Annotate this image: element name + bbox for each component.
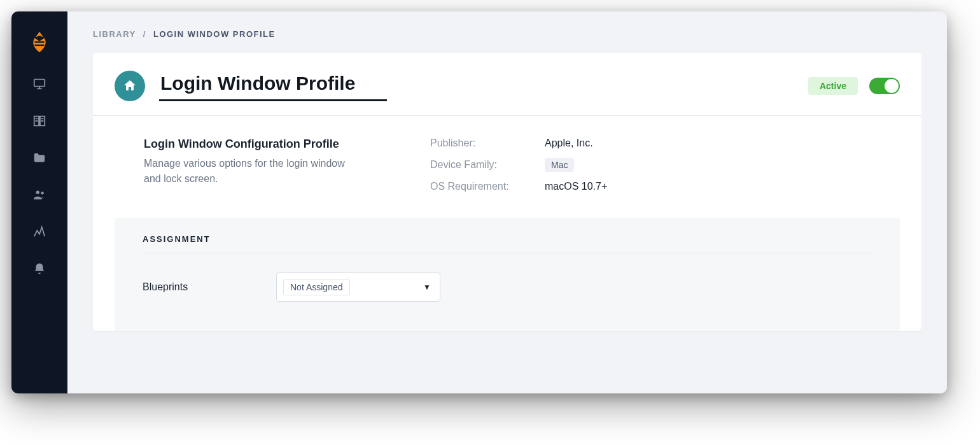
toggle-knob <box>885 79 899 93</box>
svg-rect-0 <box>34 80 45 87</box>
description-column: Login Window Configuration Profile Manag… <box>144 138 411 192</box>
breadcrumb-library[interactable]: LIBRARY <box>93 29 136 39</box>
bell-icon[interactable] <box>32 261 47 276</box>
sidebar <box>11 11 67 393</box>
breadcrumb: LIBRARY / LOGIN WINDOW PROFILE <box>93 29 921 39</box>
svg-point-3 <box>36 191 40 195</box>
assignment-section: ASSIGNMENT Blueprints Not Assigned ▼ <box>115 218 900 331</box>
home-icon <box>115 71 145 101</box>
card-header: Login Window Profile Active <box>93 53 921 116</box>
active-toggle[interactable] <box>869 78 900 94</box>
description-title: Login Window Configuration Profile <box>144 138 411 151</box>
analytics-icon[interactable] <box>32 224 47 239</box>
breadcrumb-current: LOGIN WINDOW PROFILE <box>153 29 276 39</box>
chevron-down-icon: ▼ <box>423 283 431 292</box>
users-icon[interactable] <box>32 187 47 202</box>
os-req-label: OS Requirement: <box>430 181 545 192</box>
assignment-title: ASSIGNMENT <box>143 234 872 253</box>
bee-logo-icon[interactable] <box>27 29 52 55</box>
monitor-icon[interactable] <box>32 76 47 92</box>
card-header-right: Active <box>808 77 900 95</box>
publisher-value: Apple, Inc. <box>545 138 900 149</box>
device-family-label: Device Family: <box>430 159 545 171</box>
publisher-label: Publisher: <box>430 138 545 149</box>
app-frame: LIBRARY / LOGIN WINDOW PROFILE Login Win… <box>11 11 947 393</box>
main-content: LIBRARY / LOGIN WINDOW PROFILE Login Win… <box>67 11 947 393</box>
folder-icon[interactable] <box>32 150 47 166</box>
breadcrumb-separator: / <box>139 29 150 39</box>
library-icon[interactable] <box>32 113 47 129</box>
status-badge: Active <box>808 77 858 95</box>
description-text: Manage various options for the login win… <box>144 156 360 187</box>
device-family-chip: Mac <box>545 158 574 172</box>
blueprints-label: Blueprints <box>143 281 238 293</box>
card-body: Login Window Configuration Profile Manag… <box>93 116 921 218</box>
dropdown-selected-value: Not Assigned <box>283 279 350 295</box>
os-req-value: macOS 10.7+ <box>545 181 900 192</box>
assignment-row: Blueprints Not Assigned ▼ <box>143 272 872 302</box>
blueprints-dropdown[interactable]: Not Assigned ▼ <box>276 272 440 302</box>
profile-card: Login Window Profile Active Login Window… <box>93 53 921 331</box>
card-header-left: Login Window Profile <box>115 71 387 101</box>
page-title[interactable]: Login Window Profile <box>159 71 387 101</box>
meta-column: Publisher: Apple, Inc. Device Family: Ma… <box>430 138 900 192</box>
svg-point-4 <box>41 192 44 195</box>
